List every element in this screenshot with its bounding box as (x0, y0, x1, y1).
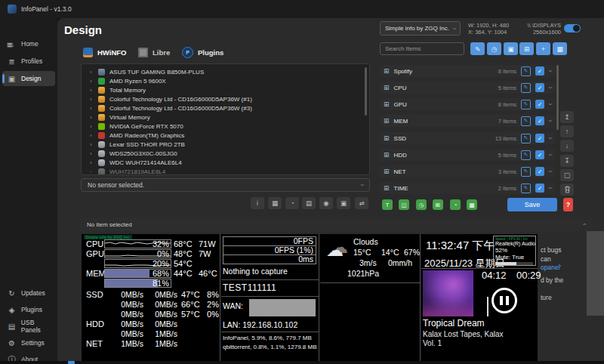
add-shape-button[interactable]: ⊞ (519, 42, 534, 55)
sidebar-item-home[interactable]: ⌂ Home (2, 36, 55, 51)
group-checkbox[interactable]: ✓ (535, 150, 544, 159)
tree-item[interactable]: ›WUH721819ALE6L4 (82, 167, 369, 175)
group-checkbox[interactable]: ✓ (535, 100, 544, 109)
sensor-select-dropdown[interactable]: No sensor selected. › (81, 178, 370, 192)
tab-libre[interactable]: Libre (138, 45, 170, 59)
drag-handle-icon[interactable]: ⊞ (384, 134, 390, 142)
grid-button[interactable]: ▦ (553, 42, 567, 55)
drag-handle-icon[interactable]: ⊞ (384, 100, 390, 108)
chevron-down-icon[interactable]: › (547, 137, 554, 140)
duplicate-button[interactable]: ▢ (560, 169, 574, 181)
sidebar-item-profiles[interactable]: ≣ Profiles (2, 54, 55, 69)
group-row-net[interactable]: ⊞NET3 items✎✓› (380, 165, 555, 177)
tree-item[interactable]: ›Virtual Memory (82, 113, 369, 122)
chevron-right-icon[interactable]: › (90, 114, 94, 121)
edit-icon[interactable]: ✎ (521, 83, 531, 93)
edit-icon[interactable]: ✎ (521, 116, 531, 126)
drag-handle-icon[interactable]: ⊞ (384, 117, 390, 125)
drag-handle-icon[interactable]: ⊞ (384, 151, 390, 159)
tree-item[interactable]: ›AMD Ryzen 5 9600X (82, 76, 369, 85)
sensor-tree[interactable]: ›ASUS TUF GAMING B850M-PLUS ›AMD Ryzen 5… (81, 63, 370, 175)
profile-dropdown[interactable]: Simple info by ZGQ Inc. › (380, 21, 461, 35)
tree-scrollbar[interactable] (365, 67, 367, 116)
group-row-cpu[interactable]: ⊞CPU5 items✎✓› (380, 82, 555, 94)
group-scrollbar[interactable] (556, 65, 559, 130)
drag-handle-icon[interactable]: ⊞ (384, 67, 390, 75)
sidebar-item-settings[interactable]: ⚙ Settings (2, 335, 55, 350)
chevron-down-icon[interactable]: › (547, 187, 554, 190)
add-image-button[interactable]: ▣ (504, 42, 518, 55)
tab-plugins[interactable]: P Plugins (182, 45, 223, 59)
green-clock-button[interactable]: ◷ (416, 199, 427, 210)
panel-preview[interactable]: Simple info by ZGQ Inc. CPU 32% 68°C 71W… (82, 234, 538, 361)
selection-bar[interactable]: No item selected › (79, 217, 593, 231)
delete-button[interactable] (560, 184, 574, 196)
gauge-tool-button[interactable]: ◉ (319, 197, 333, 209)
sidebar-item-design[interactable]: ▣ Design (2, 71, 55, 86)
group-checkbox[interactable]: ✓ (535, 134, 544, 143)
search-input[interactable] (380, 42, 464, 55)
chevron-down-icon[interactable]: › (547, 120, 554, 122)
help-button[interactable]: ? (563, 198, 573, 211)
move-button[interactable]: + (536, 42, 550, 55)
tree-item[interactable]: ›ASUS TUF GAMING B850M-PLUS (82, 67, 369, 76)
pause-button[interactable] (492, 288, 517, 313)
add-text-button[interactable]: ✎ (470, 42, 485, 55)
tree-item[interactable]: ›WDC WUH721414ALE6L4 (82, 158, 369, 167)
tab-hwinfo[interactable]: HWiNFO (83, 45, 126, 59)
chevron-right-icon[interactable]: › (90, 168, 94, 175)
image-tool-button[interactable]: ▣ (337, 197, 350, 209)
group-row-time[interactable]: ⊞TIME2 items✎✓› (380, 182, 555, 194)
chevron-down-icon[interactable]: › (547, 103, 554, 106)
tree-item[interactable]: ›Total Memory (82, 85, 369, 94)
chevron-right-icon[interactable]: › (90, 150, 94, 157)
chevron-right-icon[interactable]: › (90, 141, 94, 148)
green-bar-button[interactable]: ◫ (399, 199, 409, 210)
green-grid-button[interactable]: ▩ (467, 199, 477, 210)
chevron-up-icon[interactable]: › (581, 224, 588, 226)
group-checkbox[interactable]: ✓ (535, 116, 544, 125)
chevron-right-icon[interactable]: › (90, 69, 94, 76)
move-up-button[interactable]: ↑ (560, 125, 574, 137)
edit-icon[interactable]: ✎ (521, 66, 531, 76)
chevron-down-icon[interactable]: › (547, 171, 554, 173)
drag-handle-icon[interactable]: ⊞ (384, 84, 390, 91)
chevron-right-icon[interactable]: › (90, 78, 94, 85)
edit-icon[interactable]: ✎ (521, 184, 531, 193)
chevron-right-icon[interactable]: › (90, 105, 94, 112)
chevron-right-icon[interactable]: › (90, 87, 94, 94)
tree-item[interactable]: ›WDS250G3X0C-00SJG0 (82, 149, 369, 158)
tree-item[interactable]: ›Colorful Technology Ltd - CD16G6000D5AP… (82, 94, 369, 103)
edit-icon[interactable]: ✎ (521, 167, 531, 177)
green-text-button[interactable]: T (382, 199, 393, 210)
swap-tool-button[interactable]: ⇄ (355, 197, 368, 209)
group-checkbox[interactable]: ✓ (535, 184, 544, 193)
drag-handle-icon[interactable]: ⊞ (384, 184, 390, 192)
sidebar-item-plugins[interactable]: ◈ Plugins (2, 302, 55, 317)
save-button[interactable]: Save (507, 198, 557, 211)
chevron-right-icon[interactable]: › (90, 132, 94, 139)
chevron-down-icon[interactable]: › (547, 87, 554, 89)
tree-item[interactable]: ›Colorful Technology Ltd - CD16G6000D5AP… (82, 103, 369, 113)
group-row-mem[interactable]: ⊞MEM7 items✎✓› (380, 115, 555, 127)
group-row-gpu[interactable]: ⊞GPU8 items✎✓› (380, 98, 555, 110)
move-to-top-button[interactable]: ↥ (560, 111, 574, 123)
tree-item[interactable]: ›NVIDIA GeForce RTX 5070 (82, 122, 369, 131)
info-tool-button[interactable]: i (251, 197, 264, 209)
drag-handle-icon[interactable]: ⊞ (384, 168, 390, 175)
sidebar-item-usb-panels[interactable]: ▤ USB Panels (2, 319, 55, 334)
move-to-bottom-button[interactable]: ↧ (560, 155, 574, 167)
chevron-right-icon[interactable]: › (90, 159, 94, 166)
green-image-button[interactable]: ⊞ (433, 199, 443, 210)
title-bar[interactable]: InfoPanel - v1.3.0 (0, 0, 604, 18)
display-toggle[interactable] (564, 24, 581, 32)
edit-icon[interactable]: ✎ (521, 100, 531, 110)
chevron-down-icon[interactable]: › (547, 154, 554, 156)
group-checkbox[interactable]: ✓ (535, 66, 544, 76)
edit-icon[interactable]: ✎ (521, 134, 531, 143)
green-chart-button[interactable]: ◔ (450, 199, 461, 210)
pie-tool-button[interactable]: ◔ (285, 197, 299, 209)
background-link[interactable]: opanel' (541, 264, 561, 271)
tree-item[interactable]: ›Lexar SSD THOR PRO 2TB (82, 140, 369, 149)
add-clock-button[interactable]: ◷ (487, 42, 501, 55)
